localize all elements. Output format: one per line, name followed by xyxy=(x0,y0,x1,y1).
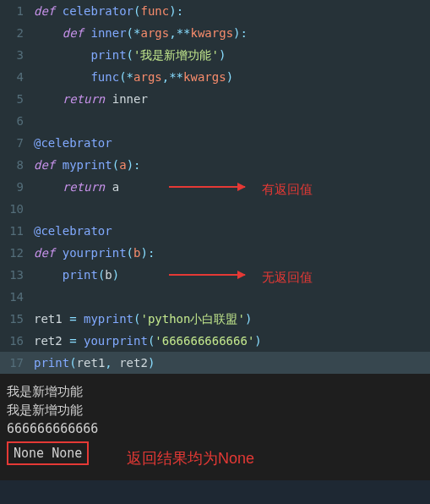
arrow-icon xyxy=(169,186,245,188)
line-number: 4 xyxy=(0,66,34,88)
code-line: 1 def celebrator(func): xyxy=(0,0,430,22)
code-line: 16 ret2 = yourprint('666666666666') xyxy=(0,330,430,352)
annotation-result-none: 返回结果均为None xyxy=(127,448,254,468)
code-editor: 1 def celebrator(func): 2 def inner(*arg… xyxy=(0,0,430,374)
line-number: 13 xyxy=(0,264,34,286)
code-line: 8 def myprint(a): xyxy=(0,154,430,176)
code-line: 6 xyxy=(0,110,430,132)
code-content: def celebrator(func): xyxy=(34,0,430,22)
code-content: return inner xyxy=(34,88,430,110)
line-number: 8 xyxy=(0,154,34,176)
code-content: def inner(*args,**kwargs): xyxy=(34,22,430,44)
code-line: 4 func(*args,**kwargs) xyxy=(0,66,430,88)
code-content: print(b) 无返回值 xyxy=(34,264,430,286)
line-number: 14 xyxy=(0,286,34,308)
code-line: 17 print(ret1, ret2) xyxy=(0,352,430,374)
code-content: ret2 = yourprint('666666666666') xyxy=(34,330,430,352)
line-number: 16 xyxy=(0,330,34,352)
line-number: 10 xyxy=(0,198,34,220)
line-number: 17 xyxy=(0,352,34,374)
code-content xyxy=(34,286,430,308)
code-line: 5 return inner xyxy=(0,88,430,110)
arrow-icon xyxy=(169,274,245,276)
line-number: 12 xyxy=(0,242,34,264)
code-content: print(ret1, ret2) xyxy=(34,352,430,374)
code-line: 14 xyxy=(0,286,430,308)
code-line: 11 @celebrator xyxy=(0,220,430,242)
line-number: 15 xyxy=(0,308,34,330)
code-line: 15 ret1 = myprint('python小白联盟') xyxy=(0,308,430,330)
code-line: 7 @celebrator xyxy=(0,132,430,154)
line-number: 1 xyxy=(0,0,34,22)
code-content: def myprint(a): xyxy=(34,154,430,176)
code-line: 9 return a 有返回值 xyxy=(0,176,430,198)
code-content: func(*args,**kwargs) xyxy=(34,66,430,88)
line-number: 6 xyxy=(0,110,34,132)
code-line: 13 print(b) 无返回值 xyxy=(0,264,430,286)
code-line: 12 def yourprint(b): xyxy=(0,242,430,264)
code-content xyxy=(34,110,430,132)
line-number: 11 xyxy=(0,220,34,242)
code-content: @celebrator xyxy=(34,220,430,242)
line-number: 2 xyxy=(0,22,34,44)
output-panel: 我是新增功能 我是新增功能 666666666666 None None 返回结… xyxy=(0,374,430,480)
output-line: 666666666666 xyxy=(7,419,423,438)
line-number: 9 xyxy=(0,176,34,198)
code-content: return a 有返回值 xyxy=(34,176,430,198)
code-line: 3 print('我是新增功能') xyxy=(0,44,430,66)
code-content xyxy=(34,198,430,220)
code-content: print('我是新增功能') xyxy=(34,44,430,66)
code-content: def yourprint(b): xyxy=(34,242,430,264)
line-number: 7 xyxy=(0,132,34,154)
output-line: 我是新增功能 xyxy=(7,382,423,401)
code-line: 2 def inner(*args,**kwargs): xyxy=(0,22,430,44)
code-line: 10 xyxy=(0,198,430,220)
code-content: @celebrator xyxy=(34,132,430,154)
line-number: 5 xyxy=(0,88,34,110)
output-line: 我是新增功能 xyxy=(7,401,423,419)
line-number: 3 xyxy=(0,44,34,66)
none-result-box: None None xyxy=(7,441,89,465)
code-content: ret1 = myprint('python小白联盟') xyxy=(34,308,430,330)
